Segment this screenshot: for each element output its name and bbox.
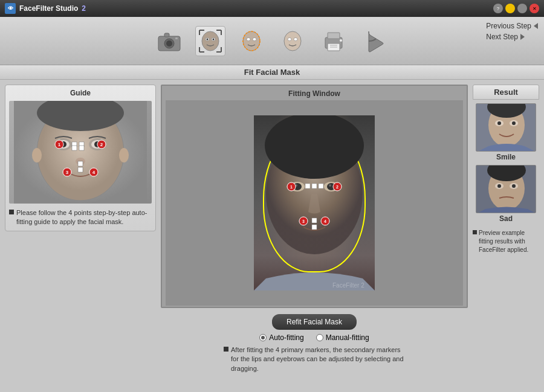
result-note-text: Preview example fitting results with Fac…	[479, 229, 539, 254]
svg-point-9	[213, 38, 215, 40]
result-note-bullet-icon	[473, 230, 477, 234]
camera-icon	[156, 29, 183, 53]
svg-text:3: 3	[302, 219, 305, 223]
svg-point-2	[166, 40, 172, 47]
nav-buttons: Previous Step Next Step	[486, 22, 538, 41]
svg-point-58	[265, 115, 364, 179]
toolbar-export[interactable]	[357, 24, 392, 59]
svg-point-84	[497, 121, 501, 125]
result-sad-item: Sad	[473, 165, 539, 223]
svg-text:2: 2	[100, 142, 103, 147]
svg-text:2: 2	[336, 185, 338, 189]
svg-point-22	[284, 31, 301, 51]
svg-point-41	[32, 148, 42, 162]
toolbar-face-detect[interactable]	[193, 24, 228, 59]
svg-point-20	[253, 37, 256, 40]
left-panel: Guide	[5, 85, 156, 387]
svg-point-92	[512, 184, 516, 188]
note-bullet-icon	[224, 347, 228, 352]
fitting-window: Fitting Window	[161, 85, 468, 308]
fitting-window-title: Fitting Window	[166, 89, 463, 98]
toolbar-face-apply[interactable]	[275, 24, 310, 59]
guide-text: Please follow the 4 points step-by-step …	[9, 208, 152, 227]
guide-instruction: Please follow the 4 points step-by-step …	[16, 208, 152, 227]
svg-point-91	[497, 184, 501, 188]
bottom-note: After fitting the 4 primary markers, the…	[224, 345, 405, 373]
fitting-image-area[interactable]: 1 2 3 4	[166, 100, 463, 306]
app-icon: 👁	[5, 3, 16, 14]
next-step-label: Next Step	[486, 33, 518, 41]
guide-face-svg: 1 2 3 4	[14, 101, 147, 204]
svg-point-24	[294, 37, 297, 40]
result-sad-label: Sad	[499, 214, 513, 223]
toolbar-camera[interactable]	[152, 24, 187, 59]
note-text: After fitting the 4 primary markers, the…	[231, 345, 405, 373]
svg-rect-69	[305, 184, 310, 188]
svg-rect-53	[72, 146, 77, 150]
toolbar-icons	[6, 24, 538, 59]
refit-button[interactable]: Refit Facial Mask	[272, 314, 357, 330]
svg-point-5	[202, 31, 219, 51]
next-step-button[interactable]: Next Step	[486, 33, 538, 41]
auto-fitting-label: Auto-fitting	[269, 333, 303, 342]
svg-rect-70	[312, 184, 317, 188]
toolbar-print[interactable]	[316, 24, 351, 59]
app-version: 2	[82, 4, 86, 13]
guide-image: 1 2 3 4	[9, 101, 152, 204]
guide-box: Guide	[5, 85, 156, 231]
controls-area: Refit Facial Mask Auto-fitting Manual-fi…	[161, 312, 468, 376]
minimize-button[interactable]	[505, 4, 515, 13]
maximize-button[interactable]	[517, 4, 527, 13]
face-apply-icon	[279, 28, 306, 54]
svg-rect-56	[78, 167, 83, 172]
result-sad-photo[interactable]	[476, 165, 536, 213]
svg-point-85	[512, 121, 516, 125]
title-bar: 👁 FaceFilter Studio 2 ? ✕	[0, 0, 544, 17]
radio-group: Auto-fitting Manual-fitting	[259, 333, 369, 342]
result-smile-item: Smile	[473, 103, 539, 161]
svg-rect-3	[164, 33, 169, 37]
auto-fitting-radio[interactable]	[259, 334, 267, 341]
svg-rect-55	[78, 161, 83, 166]
manual-fitting-radio[interactable]	[316, 334, 323, 341]
result-smile-photo[interactable]	[476, 103, 536, 152]
face-photo: 1 2 3 4	[254, 115, 375, 291]
fitting-markers-svg: 1 2 3 4	[254, 115, 375, 291]
help-button[interactable]: ?	[493, 4, 503, 13]
manual-fitting-label: Manual-fitting	[326, 333, 369, 342]
prev-arrow-icon	[534, 23, 538, 29]
title-left: 👁 FaceFilter Studio 2	[5, 3, 86, 14]
auto-fitting-option[interactable]: Auto-fitting	[259, 333, 303, 342]
svg-point-28	[340, 39, 342, 42]
close-button[interactable]: ✕	[529, 4, 539, 13]
svg-rect-26	[328, 33, 340, 39]
svg-text:4: 4	[92, 170, 96, 175]
guide-title: Guide	[9, 89, 152, 97]
center-panel: Fitting Window	[161, 85, 468, 387]
prev-step-button[interactable]: Previous Step	[486, 22, 538, 30]
toolbar-face-mask[interactable]	[234, 24, 269, 59]
smile-photo-svg	[476, 104, 536, 152]
manual-fitting-option[interactable]: Manual-fitting	[316, 333, 369, 342]
svg-point-64	[329, 184, 331, 187]
export-icon	[364, 28, 386, 54]
svg-text:1: 1	[290, 185, 293, 189]
main-content: Guide	[0, 80, 544, 392]
prev-step-label: Previous Step	[486, 22, 531, 30]
svg-text:4: 4	[324, 219, 326, 223]
svg-rect-54	[79, 146, 84, 150]
svg-point-8	[207, 38, 209, 40]
title-controls: ? ✕	[493, 4, 539, 13]
toolbar: Previous Step Next Step	[0, 17, 544, 65]
svg-rect-4	[175, 37, 178, 39]
svg-text:1: 1	[58, 142, 61, 147]
svg-point-42	[119, 148, 129, 162]
print-icon	[320, 29, 347, 53]
page-title-bar: Fit Facial Mask	[0, 65, 544, 80]
page-title: Fit Facial Mask	[244, 68, 300, 77]
right-panel: Result Smile	[473, 85, 539, 387]
bullet-icon	[9, 210, 14, 214]
app-title: FaceFilter Studio	[19, 4, 78, 13]
face-mask-icon	[238, 28, 265, 54]
next-arrow-icon	[520, 34, 525, 40]
